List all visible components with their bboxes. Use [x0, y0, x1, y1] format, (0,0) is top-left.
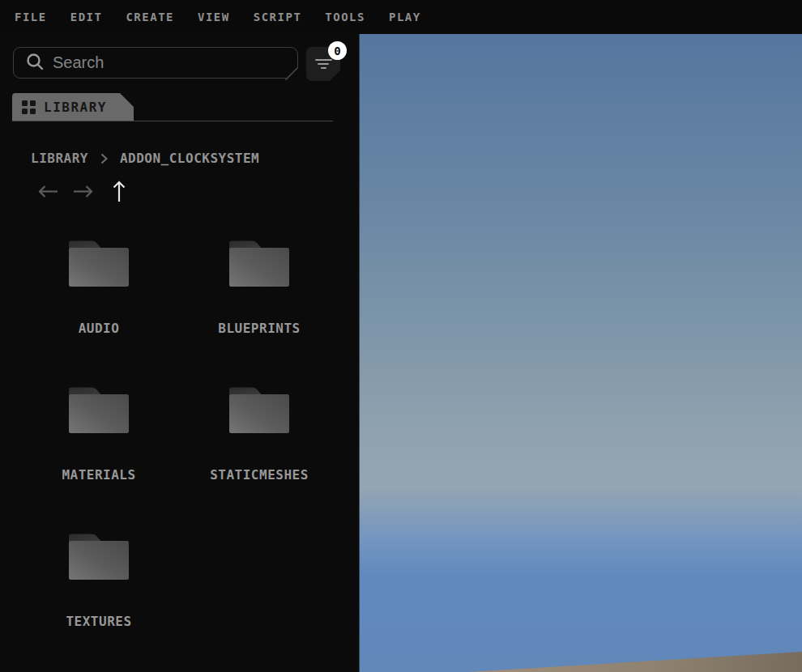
folder-icon — [228, 239, 291, 288]
magnifier-icon — [25, 52, 45, 74]
search-box[interactable] — [13, 47, 298, 79]
viewport-floor-plane — [468, 652, 802, 672]
folder-icon — [228, 385, 291, 435]
menu-bar: FILE EDIT CREATE VIEW SCRIPT TOOLS PLAY — [0, 0, 802, 34]
filter-count-badge: 0 — [328, 41, 347, 60]
menu-item-tools[interactable]: TOOLS — [325, 11, 365, 23]
menu-item-create[interactable]: CREATE — [126, 11, 174, 23]
search-input[interactable] — [53, 53, 297, 72]
arrow-left-icon — [37, 185, 59, 198]
arrow-up-icon — [112, 180, 126, 203]
forward-button[interactable] — [72, 185, 94, 198]
tab-library[interactable]: LIBRARY — [12, 93, 134, 121]
folder-label: AUDIO — [79, 321, 120, 336]
tab-underline — [12, 121, 333, 121]
menu-item-script[interactable]: SCRIPT — [254, 11, 302, 23]
folder-item-blueprints[interactable]: BLUEPRINTS — [179, 239, 339, 336]
tab-label: LIBRARY — [44, 100, 107, 115]
folder-label: MATERIALS — [62, 467, 135, 483]
menu-item-file[interactable]: FILE — [15, 11, 47, 23]
folder-item-materials[interactable]: MATERIALS — [19, 385, 179, 483]
folder-grid: AUDIO BLUEPRINTS MATERIALS STATICMESHES … — [19, 239, 339, 629]
folder-item-audio[interactable]: AUDIO — [19, 239, 179, 336]
breadcrumb-current[interactable]: ADDON_CLOCKSYSTEM — [120, 151, 259, 166]
breadcrumb: LIBRARY ADDON_CLOCKSYSTEM — [31, 151, 259, 166]
folder-label: BLUEPRINTS — [218, 321, 300, 336]
funnel-icon — [315, 59, 332, 69]
folder-label: TEXTURES — [66, 614, 131, 629]
asset-browser-panel: 0 LIBRARY LIBRARY ADDON_CLOCKSYSTEM — [0, 34, 359, 672]
menu-item-edit[interactable]: EDIT — [70, 11, 103, 23]
breadcrumb-root[interactable]: LIBRARY — [31, 151, 88, 166]
menu-item-play[interactable]: PLAY — [389, 11, 421, 23]
chevron-right-icon — [100, 153, 108, 164]
menu-item-view[interactable]: VIEW — [198, 11, 230, 23]
folder-item-staticmeshes[interactable]: STATICMESHES — [179, 385, 339, 483]
back-button[interactable] — [37, 185, 59, 198]
viewport-3d[interactable] — [359, 34, 802, 672]
folder-icon — [67, 239, 130, 288]
navigation-row — [37, 178, 126, 204]
arrow-right-icon — [72, 185, 94, 198]
folder-label: STATICMESHES — [210, 467, 309, 483]
folder-item-textures[interactable]: TEXTURES — [19, 532, 179, 629]
up-button[interactable] — [112, 180, 126, 203]
folder-icon — [67, 385, 130, 435]
grid-icon — [22, 100, 36, 114]
folder-icon — [67, 532, 130, 581]
